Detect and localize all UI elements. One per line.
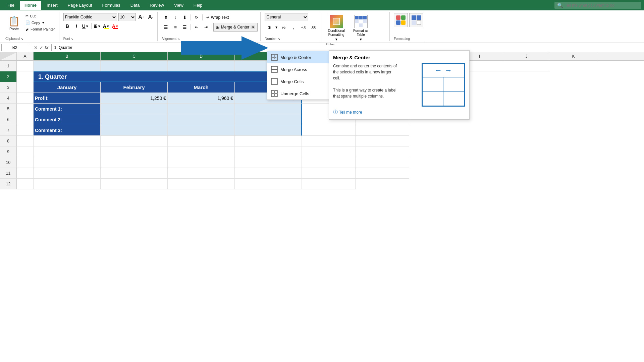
col-header-c[interactable]: C	[101, 52, 168, 60]
increase-indent-button[interactable]: ⇥	[202, 23, 210, 32]
cell-a4[interactable]	[17, 93, 34, 104]
border-button[interactable]: ⊞ ▼	[93, 22, 101, 30]
cell-b2-merged[interactable]: 1. Quarter	[34, 71, 302, 82]
search-input[interactable]	[565, 3, 639, 8]
cell-d7[interactable]	[168, 125, 235, 136]
merge-dropdown-icon[interactable]: ▼	[251, 25, 255, 29]
tab-file[interactable]: File	[3, 1, 19, 10]
cell-a12[interactable]	[17, 179, 34, 189]
cell-a5[interactable]	[17, 104, 34, 114]
cell-d9[interactable]	[168, 146, 235, 157]
insert-function-icon[interactable]: fx	[45, 45, 49, 50]
cell-b11[interactable]	[34, 168, 101, 179]
merge-center-option[interactable]: Merge & Center	[267, 51, 333, 63]
copy-dropdown-icon[interactable]: ▼	[42, 21, 45, 24]
tab-view[interactable]: View	[169, 1, 188, 10]
cell-e7[interactable]	[235, 125, 302, 136]
cell-f7[interactable]	[302, 125, 356, 136]
confirm-formula-icon[interactable]: ✓	[39, 45, 43, 50]
cell-d4[interactable]: 1,960 €	[168, 93, 235, 104]
align-left-button[interactable]: ☰	[162, 23, 170, 32]
cell-g9[interactable]	[356, 146, 409, 157]
cell-g7[interactable]	[356, 125, 409, 136]
cell-j1[interactable]	[503, 61, 550, 71]
font-family-select[interactable]: Franklin Gothic	[63, 13, 117, 21]
number-format-select[interactable]: General	[265, 13, 308, 21]
cell-b4[interactable]: Profit:	[34, 93, 101, 104]
cell-c11[interactable]	[101, 168, 168, 179]
currency-button[interactable]: $	[265, 23, 274, 31]
format-painter-button[interactable]: 🖌 Format Painter	[24, 26, 56, 32]
tab-review[interactable]: Review	[145, 1, 169, 10]
font-color-button[interactable]: A ▼	[111, 22, 119, 30]
bold-button[interactable]: B	[63, 22, 71, 30]
col-header-j[interactable]: J	[503, 52, 550, 60]
cell-c7[interactable]	[101, 125, 168, 136]
cell-d11[interactable]	[168, 168, 235, 179]
cell-b10[interactable]	[34, 157, 101, 168]
cell-d5[interactable]	[168, 104, 235, 114]
copy-button[interactable]: 📄 Copy ▼	[24, 20, 56, 25]
align-right-button[interactable]: ☰	[180, 23, 189, 32]
align-bottom-button[interactable]: ⬇	[180, 13, 189, 22]
format-table-dropdown-icon[interactable]: ▼	[359, 38, 363, 41]
number-expand-icon[interactable]: ↘	[277, 37, 280, 41]
cell-f9[interactable]	[302, 146, 356, 157]
alignment-expand-icon[interactable]: ↘	[177, 37, 180, 41]
cancel-formula-icon[interactable]: ✕	[34, 45, 38, 50]
cell-e10[interactable]	[235, 157, 302, 168]
cell-b5[interactable]: Comment 1:	[34, 104, 101, 114]
tab-data[interactable]: Data	[126, 1, 144, 10]
merge-across-option[interactable]: Merge Across	[267, 63, 333, 75]
decrease-decimal-button[interactable]: .00	[309, 23, 318, 31]
cell-e5[interactable]	[235, 104, 302, 114]
font-shrink-button[interactable]: A-	[147, 13, 155, 21]
clipboard-expand-icon[interactable]: ↘	[20, 37, 23, 41]
cell-c9[interactable]	[101, 146, 168, 157]
cell-b9[interactable]	[34, 146, 101, 157]
cell-d6[interactable]	[168, 114, 235, 125]
cell-e12[interactable]	[235, 179, 302, 189]
paste-button[interactable]: 📋 Paste	[5, 13, 23, 33]
tab-help[interactable]: Help	[189, 1, 207, 10]
angle-text-button[interactable]: ⟳	[192, 13, 201, 22]
cell-a11[interactable]	[17, 168, 34, 179]
font-expand-icon[interactable]: ↘	[71, 37, 73, 41]
cell-b1[interactable]	[34, 61, 101, 71]
underline-button[interactable]: U ▼	[82, 22, 90, 30]
cell-a1[interactable]	[17, 61, 34, 71]
cell-reference-box[interactable]	[1, 44, 28, 51]
col-header-k[interactable]: K	[550, 52, 597, 60]
comma-button[interactable]: ,	[289, 23, 298, 31]
cell-a7[interactable]	[17, 125, 34, 136]
cell-e11[interactable]	[235, 168, 302, 179]
formatting-icon-1[interactable]	[394, 13, 408, 27]
cell-b7[interactable]: Comment 3:	[34, 125, 101, 136]
tab-home[interactable]: Home	[20, 1, 41, 10]
cell-a9[interactable]	[17, 146, 34, 157]
cell-g10[interactable]	[356, 157, 409, 168]
cell-c8[interactable]	[101, 136, 168, 146]
tab-page-layout[interactable]: Page Layout	[63, 1, 97, 10]
cell-f11[interactable]	[302, 168, 356, 179]
cell-b3[interactable]: January	[34, 82, 101, 93]
fill-color-button[interactable]: A ▼	[102, 22, 110, 30]
merge-cells-option[interactable]: Merge Cells	[267, 75, 333, 87]
cell-d1[interactable]	[168, 61, 235, 71]
cell-e8[interactable]	[235, 136, 302, 146]
cell-c3[interactable]: February	[101, 82, 168, 93]
conditional-formatting-button[interactable]: Conditional Formatting ▼	[325, 13, 347, 43]
cell-e9[interactable]	[235, 146, 302, 157]
cell-a10[interactable]	[17, 157, 34, 168]
cell-b8[interactable]	[34, 136, 101, 146]
formatting-icon-2[interactable]	[409, 13, 423, 27]
tab-insert[interactable]: Insert	[42, 1, 62, 10]
unmerge-cells-option[interactable]: Unmerge Cells	[267, 87, 333, 100]
italic-button[interactable]: I	[72, 22, 80, 30]
cell-a8[interactable]	[17, 136, 34, 146]
cell-c10[interactable]	[101, 157, 168, 168]
wrap-text-button[interactable]: ↵ Wrap Text	[204, 13, 231, 22]
cell-f12[interactable]	[302, 179, 356, 189]
percent-button[interactable]: %	[279, 23, 288, 31]
tab-formulas[interactable]: Formulas	[98, 1, 125, 10]
